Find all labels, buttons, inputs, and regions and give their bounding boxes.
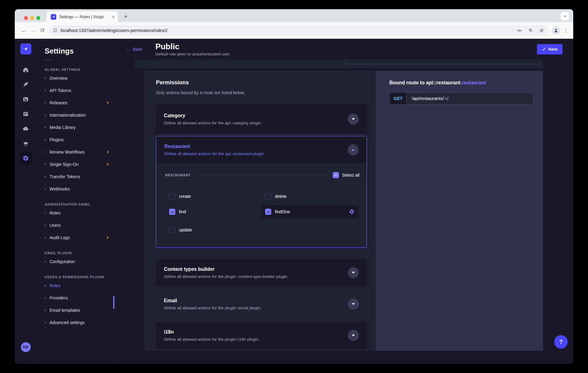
accordion-restaurant-desc: Define all allowed actions for the api::… [164,151,348,156]
sidebar-item-admin-roles[interactable]: Roles [45,207,115,219]
select-all-checkbox[interactable] [333,172,339,178]
accordion-ctb-toggle[interactable] [348,267,359,278]
bound-route-panel: Bound route to api::restaurant.restauran… [376,71,543,351]
subnav-title-divider [45,60,52,60]
strapi-logo[interactable] [20,43,31,54]
action-update: update [169,227,192,233]
section-label-email-plugin: EMAIL PLUGIN [45,251,115,255]
browser-tab[interactable]: Settings — Roles | Strapi × [46,11,118,22]
sidebar-item-admin-users[interactable]: Users [45,219,115,231]
accordion-i18n-toggle[interactable] [348,330,359,341]
main-area: ← Back Public Default role given to unau… [115,39,573,364]
accordion-category[interactable]: Category Define all allowed actions for … [156,104,367,134]
settings-gear-icon[interactable] [19,152,32,165]
bookmark-star-icon[interactable] [539,28,544,33]
back-link[interactable]: ← Back [126,47,142,52]
role-field-input-partial[interactable] [346,59,541,64]
content-manager-feather-icon[interactable] [19,77,33,91]
sidebar-item-releases[interactable]: Releases [45,97,115,109]
sidebar-item-webhooks[interactable]: Webhooks [45,183,115,195]
bullet-dot [45,78,46,79]
sidebar-item-advanced-settings[interactable]: Advanced settings [45,316,115,329]
home-icon[interactable] [19,62,33,77]
back-icon[interactable]: ← [19,26,28,35]
sidebar-item-up-roles[interactable]: Roles [45,279,115,292]
accordion-content-types-builder[interactable]: Content types builder Define all allowed… [156,259,367,286]
sidebar-item-providers[interactable]: Providers [45,292,115,304]
site-info-icon[interactable] [53,28,58,33]
password-key-icon[interactable] [517,28,522,33]
accordion-restaurant-header[interactable]: Restaurant Define all allowed actions fo… [156,136,367,163]
route-method-badge: GET [390,93,407,104]
sidebar-item-review-workflows[interactable]: Review Workflows [45,146,115,158]
role-details-card-partial [134,59,543,68]
bullet-dot [45,261,46,262]
check-icon [542,47,546,51]
page-title: Public [155,42,230,51]
restaurant-permissions-body: RESTAURANT Select all [156,163,367,247]
bullet-dot [45,164,46,165]
help-button[interactable]: ? [554,335,568,349]
settings-subnav: Settings GLOBAL SETTINGS Overview API To… [37,39,115,364]
sidebar-item-transfer-tokens[interactable]: Transfer Tokens [45,170,115,183]
action-create: create [169,193,191,199]
sidebar-item-email-templates[interactable]: Email templates [45,304,115,316]
forward-icon[interactable]: → [28,26,38,35]
accordion-restaurant-toggle[interactable] [348,144,359,155]
group-divider [197,175,327,175]
address-bar[interactable]: localhost:1337/admin/settings/users-perm… [49,25,549,36]
sidebar-item-configuration[interactable]: Configuration [45,255,115,268]
sidebar-item-audit-logs[interactable]: Audit Logs [45,231,115,244]
action-findone-selected-row[interactable]: findOne [262,205,359,219]
media-library-icon[interactable] [19,92,33,106]
accordion-i18n[interactable]: i18n Define all allowed actions for the … [156,322,367,349]
sidebar-item-internationalization[interactable]: Internationalization [45,109,115,121]
title-block: Public Default role given to unauthentic… [155,42,230,56]
create-checkbox[interactable] [169,193,175,199]
traffic-light-minimize[interactable] [30,16,34,20]
accordion-category-toggle[interactable] [348,114,359,125]
findone-settings-gear-icon[interactable] [349,209,355,215]
save-button[interactable]: Save [537,44,562,54]
traffic-light-zoom[interactable] [36,16,40,20]
url-text[interactable]: localhost:1337/admin/settings/users-perm… [61,28,511,33]
chevron-up-icon [352,149,355,151]
sidebar-item-plugins[interactable]: Plugins [45,134,115,146]
lightning-icon [106,235,110,240]
findone-checkbox[interactable] [265,209,271,215]
page-content: Permissions Only actions bound by a rout… [115,59,573,364]
accordion-email-toggle[interactable] [348,299,359,310]
accordion-email[interactable]: Email Define all allowed actions for the… [156,291,367,317]
route-path: /api/restaurants/:id [407,93,533,104]
profile-avatar-icon[interactable] [552,26,560,35]
delete-checkbox[interactable] [265,193,271,199]
cloud-icon[interactable] [19,122,33,136]
section-label-administration-panel: ADMINISTRATION PANEL [45,203,115,207]
restaurant-group-row: RESTAURANT Select all [165,172,360,178]
main-nav-rail: KD [15,39,37,364]
sidebar-item-media-library[interactable]: Media Library [45,121,115,134]
accordion-restaurant-expanded: Restaurant Define all allowed actions fo… [156,136,367,248]
sidebar-item-overview[interactable]: Overview [45,72,115,84]
browser-window: Settings — Roles | Strapi × + ← → localh… [15,9,573,364]
reload-icon[interactable] [38,26,47,35]
bullet-dot [45,237,46,238]
traffic-light-close[interactable] [24,16,28,20]
browser-menu-icon[interactable]: ⋮ [563,27,569,34]
tab-search-chevron-icon[interactable] [561,12,569,20]
bullet-dot [45,114,46,116]
update-checkbox[interactable] [169,227,175,233]
content-type-builder-icon[interactable] [19,107,33,121]
page-header: ← Back Public Default role given to unau… [115,39,573,59]
bound-route-accent: .restaurant [460,80,486,85]
subnav-scrollbar-thumb[interactable] [113,296,114,309]
tab-close-icon[interactable]: × [112,14,115,19]
sidebar-item-single-sign-on[interactable]: Single Sign-On [45,158,115,170]
zoom-icon[interactable] [528,28,533,33]
lightning-icon [106,101,110,105]
sidebar-item-api-tokens[interactable]: API Tokens [45,84,115,97]
find-checkbox[interactable] [169,209,175,215]
new-tab-button[interactable]: + [121,12,130,21]
user-avatar[interactable]: KD [21,342,31,352]
marketplace-cart-icon[interactable] [19,136,33,150]
